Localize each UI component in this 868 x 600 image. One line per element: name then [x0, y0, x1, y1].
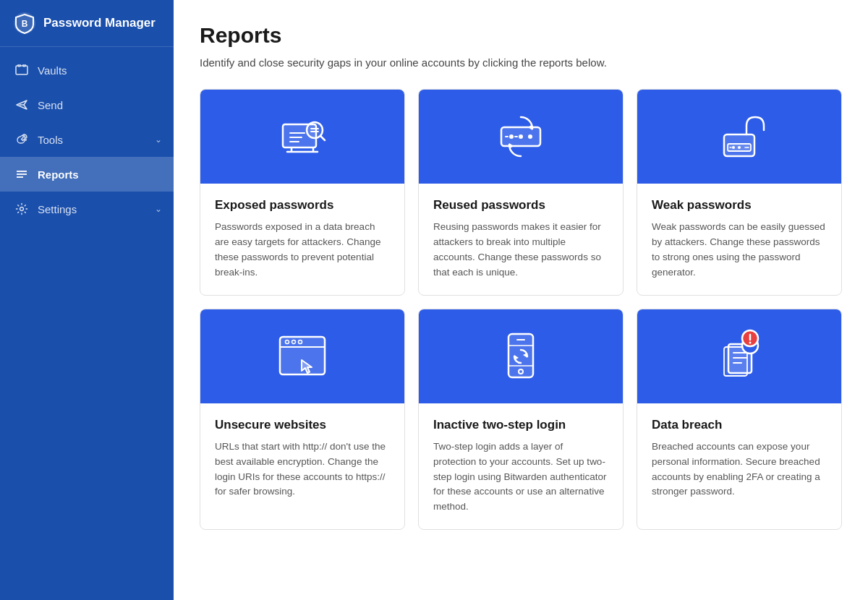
- page-subtitle: Identify and close security gaps in your…: [200, 56, 842, 69]
- inactive-two-step-icon-area: [419, 309, 623, 403]
- inactive-two-step-title: Inactive two-step login: [433, 418, 608, 432]
- data-breach-desc: Breached accounts can expose your person…: [652, 440, 827, 500]
- sidebar-item-send-label: Send: [38, 99, 63, 111]
- svg-point-32: [738, 146, 741, 149]
- weak-passwords-icon: [707, 104, 772, 169]
- sidebar-nav: Vaults Send Tools ⌄: [0, 47, 174, 600]
- data-breach-icon-area: [637, 309, 841, 403]
- weak-passwords-title: Weak passwords: [652, 198, 827, 213]
- unsecure-websites-title: Unsecure websites: [215, 418, 390, 432]
- exposed-passwords-icon-area: [200, 90, 404, 184]
- sidebar-item-vaults-label: Vaults: [38, 64, 67, 77]
- unsecure-websites-desc: URLs that start with http:// don't use t…: [215, 440, 390, 500]
- svg-line-20: [320, 136, 325, 140]
- report-card-reused-passwords[interactable]: Reused passwords Reusing passwords makes…: [418, 89, 624, 296]
- app-title: Password Manager: [43, 16, 156, 30]
- weak-passwords-body: Weak passwords Weak passwords can be eas…: [637, 184, 841, 295]
- reused-passwords-icon: [488, 104, 553, 169]
- data-breach-body: Data breach Breached accounts can expose…: [637, 403, 841, 515]
- weak-passwords-icon-area: [637, 90, 841, 184]
- report-card-unsecure-websites[interactable]: Unsecure websites URLs that start with h…: [200, 309, 405, 531]
- svg-point-22: [509, 134, 514, 139]
- tools-chevron-icon: ⌄: [155, 134, 162, 145]
- report-card-data-breach[interactable]: Data breach Breached accounts can expose…: [637, 309, 842, 531]
- tools-icon: [14, 132, 29, 147]
- inactive-two-step-desc: Two-step login adds a layer of protectio…: [433, 440, 608, 515]
- app-logo: B: [13, 12, 36, 35]
- reused-passwords-title: Reused passwords: [433, 198, 608, 213]
- reused-passwords-desc: Reusing passwords makes it easier for at…: [433, 220, 608, 280]
- sidebar-item-settings-label: Settings: [38, 203, 77, 215]
- report-card-exposed-passwords[interactable]: Exposed passwords Passwords exposed in a…: [200, 89, 405, 296]
- svg-point-9: [20, 207, 24, 211]
- unsecure-websites-body: Unsecure websites URLs that start with h…: [200, 403, 404, 515]
- sidebar-item-settings[interactable]: Settings ⌄: [0, 192, 174, 226]
- sidebar-item-tools-label: Tools: [38, 134, 63, 146]
- sidebar-item-tools[interactable]: Tools ⌄: [0, 122, 174, 157]
- exposed-passwords-body: Exposed passwords Passwords exposed in a…: [200, 184, 404, 295]
- reused-passwords-body: Reused passwords Reusing passwords makes…: [419, 184, 623, 295]
- send-icon: [14, 98, 29, 112]
- data-breach-icon: [707, 324, 772, 389]
- svg-rect-2: [16, 66, 27, 74]
- exposed-passwords-title: Exposed passwords: [215, 198, 390, 213]
- weak-passwords-desc: Weak passwords can be easily guessed by …: [652, 220, 827, 280]
- sidebar-item-reports-label: Reports: [38, 168, 79, 181]
- svg-point-23: [519, 134, 523, 139]
- svg-text:B: B: [22, 19, 28, 29]
- settings-icon: [14, 202, 29, 216]
- report-card-inactive-two-step[interactable]: Inactive two-step login Two-step login a…: [418, 309, 624, 531]
- unsecure-websites-icon: [270, 324, 335, 389]
- reports-icon: [14, 167, 29, 181]
- svg-point-31: [732, 146, 735, 149]
- main-content: Reports Identify and close security gaps…: [174, 0, 868, 600]
- vault-icon: [14, 63, 29, 77]
- sidebar-item-reports[interactable]: Reports: [0, 157, 174, 192]
- exposed-passwords-icon: [270, 104, 335, 169]
- inactive-two-step-body: Inactive two-step login Two-step login a…: [419, 403, 623, 530]
- reports-grid: Exposed passwords Passwords exposed in a…: [200, 89, 842, 530]
- reused-passwords-icon-area: [419, 90, 623, 184]
- exposed-passwords-desc: Passwords exposed in a data breach are e…: [215, 220, 390, 280]
- sidebar-item-send[interactable]: Send: [0, 87, 174, 122]
- sidebar-header: B Password Manager: [0, 0, 174, 47]
- svg-point-24: [528, 134, 532, 139]
- svg-point-55: [749, 341, 752, 343]
- sidebar-item-vaults[interactable]: Vaults: [0, 53, 174, 87]
- page-title: Reports: [200, 23, 842, 48]
- sidebar: B Password Manager Vaults S: [0, 0, 174, 600]
- report-card-weak-passwords[interactable]: Weak passwords Weak passwords can be eas…: [637, 89, 842, 296]
- unsecure-websites-icon-area: [200, 309, 404, 403]
- inactive-two-step-icon: [488, 324, 553, 389]
- settings-chevron-icon: ⌄: [155, 204, 162, 214]
- data-breach-title: Data breach: [652, 418, 827, 432]
